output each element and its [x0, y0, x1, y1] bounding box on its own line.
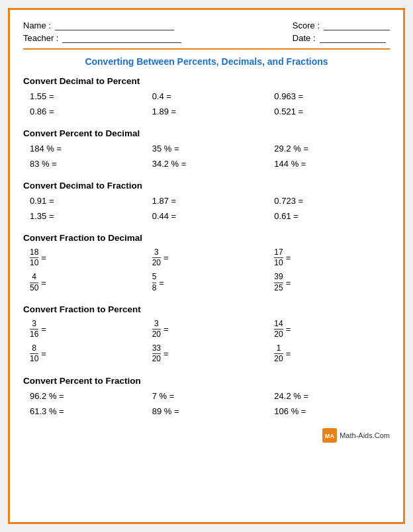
- problems-row: 61.3 % =89 % =106 % =: [23, 405, 390, 418]
- section-title-decimal-to-percent: Convert Decimal to Percent: [23, 76, 390, 86]
- fraction: 810: [30, 344, 38, 363]
- numerator: 1: [274, 344, 283, 354]
- problem: 34.2 % =: [146, 157, 268, 170]
- problem: 1.89 =: [146, 105, 268, 118]
- numerator: 8: [30, 344, 38, 354]
- math-aids-icon: MA: [322, 428, 337, 443]
- sections-container: Convert Decimal to Percent1.55 =0.4 =0.9…: [23, 76, 390, 418]
- equals-sign: =: [286, 324, 291, 334]
- problem: 89 % =: [146, 405, 268, 418]
- problem: 0.4 =: [146, 90, 268, 103]
- numerator: 17: [274, 248, 283, 258]
- numerator: 5: [152, 273, 157, 283]
- denominator: 25: [274, 283, 283, 292]
- header: Name : Teacher : Score : Date :: [23, 21, 390, 43]
- problems-row: 810 =3320 =120 =: [23, 343, 390, 365]
- fraction: 3925: [274, 273, 283, 292]
- fraction-problem: 1420 =: [267, 318, 390, 340]
- equals-sign: =: [286, 278, 291, 288]
- section-title-decimal-to-fraction: Convert Decimal to Fraction: [23, 181, 390, 191]
- score-line: [324, 21, 390, 30]
- problem: 0.963 =: [267, 90, 390, 103]
- fraction: 320: [152, 320, 161, 339]
- equals-sign: =: [286, 349, 291, 359]
- date-line: [320, 34, 386, 43]
- denominator: 10: [30, 258, 38, 267]
- denominator: 20: [274, 354, 283, 363]
- equals-sign: =: [41, 253, 46, 263]
- worksheet: Name : Teacher : Score : Date : Converti…: [8, 8, 405, 524]
- section-fraction-to-percent: Convert Fraction to Percent316 =320 =142…: [23, 304, 390, 365]
- score-row: Score :: [293, 21, 390, 30]
- fraction-problem: 3925 =: [267, 271, 390, 293]
- svg-text:MA: MA: [325, 433, 334, 439]
- numerator: 39: [274, 273, 283, 283]
- fraction-problem: 1710 =: [267, 247, 390, 269]
- header-divider: [23, 48, 390, 50]
- problems-row: 1810 =320 =1710 =: [23, 247, 390, 269]
- problem: 0.86 =: [23, 105, 146, 118]
- problem: 0.723 =: [267, 195, 390, 207]
- denominator: 16: [30, 330, 38, 339]
- footer-text: Math-Aids.Com: [340, 431, 390, 439]
- numerator: 33: [152, 344, 161, 354]
- fraction: 120: [274, 344, 283, 363]
- name-row: Name :: [23, 21, 181, 30]
- denominator: 20: [152, 258, 161, 267]
- fraction: 320: [152, 248, 161, 267]
- section-title-fraction-to-percent: Convert Fraction to Percent: [23, 304, 390, 314]
- denominator: 10: [274, 258, 283, 267]
- name-line: [55, 21, 174, 30]
- problem: 83 % =: [23, 157, 146, 170]
- teacher-row: Teacher :: [23, 33, 181, 43]
- footer: MA Math-Aids.Com: [23, 428, 390, 443]
- denominator: 20: [152, 330, 161, 339]
- numerator: 3: [152, 248, 161, 258]
- section-title-percent-to-fraction: Convert Percent to Fraction: [23, 376, 390, 386]
- problem: 96.2 % =: [23, 390, 146, 402]
- date-row: Date :: [293, 33, 390, 43]
- denominator: 10: [30, 354, 38, 363]
- fraction: 3320: [152, 344, 161, 363]
- denominator: 20: [274, 330, 283, 339]
- problem: 1.35 =: [23, 210, 146, 222]
- fraction-problem: 316 =: [23, 318, 146, 340]
- problem: 29.2 % =: [267, 142, 390, 155]
- problem: 1.87 =: [146, 195, 268, 207]
- equals-sign: =: [163, 349, 169, 359]
- problems-row: 83 % =34.2 % =144 % =: [23, 157, 390, 170]
- header-right: Score : Date :: [293, 21, 390, 43]
- date-label: Date :: [293, 33, 316, 43]
- fraction-problem: 320 =: [146, 318, 268, 340]
- equals-sign: =: [286, 253, 291, 263]
- section-title-percent-to-decimal: Convert Percent to Decimal: [23, 128, 390, 138]
- problems-row: 316 =320 =1420 =: [23, 318, 390, 340]
- equals-sign: =: [163, 253, 169, 263]
- teacher-line: [62, 34, 181, 43]
- fraction: 450: [30, 273, 38, 292]
- equals-sign: =: [41, 349, 46, 359]
- footer-logo: MA Math-Aids.Com: [322, 428, 390, 443]
- numerator: 3: [152, 320, 161, 330]
- equals-sign: =: [41, 324, 46, 334]
- problem: 144 % =: [267, 157, 390, 170]
- fraction-problem: 1810 =: [23, 247, 146, 269]
- problem: 106 % =: [267, 405, 390, 418]
- fraction: 58: [152, 273, 157, 292]
- problem: 0.61 =: [267, 210, 390, 222]
- denominator: 50: [30, 283, 38, 292]
- fraction: 1420: [274, 320, 283, 339]
- problem: 0.44 =: [146, 210, 268, 222]
- problem: 0.521 =: [267, 105, 390, 118]
- section-decimal-to-fraction: Convert Decimal to Fraction0.91 =1.87 =0…: [23, 181, 390, 222]
- problems-row: 450 =58 =3925 =: [23, 271, 390, 293]
- problem: 61.3 % =: [23, 405, 146, 418]
- numerator: 14: [274, 320, 283, 330]
- equals-sign: =: [163, 324, 169, 334]
- numerator: 4: [30, 273, 38, 283]
- denominator: 8: [152, 283, 157, 292]
- problems-row: 96.2 % =7 % =24.2 % =: [23, 390, 390, 402]
- section-title-fraction-to-decimal: Convert Fraction to Decimal: [23, 233, 390, 243]
- equals-sign: =: [159, 278, 164, 288]
- problem: 184 % =: [23, 142, 146, 155]
